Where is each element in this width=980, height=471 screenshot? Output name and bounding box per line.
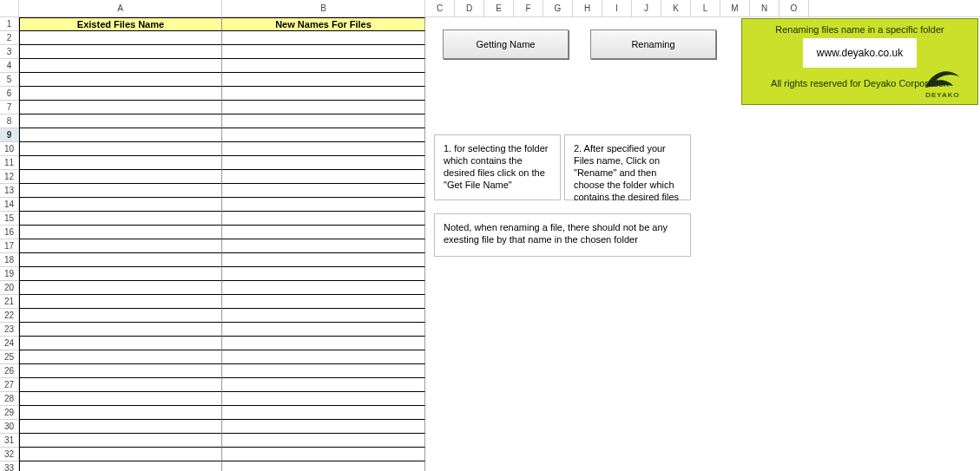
cells-right[interactable] — [425, 364, 980, 378]
cell-b[interactable] — [222, 337, 425, 350]
column-header-D[interactable]: D — [455, 0, 484, 16]
row-header[interactable]: 16 — [0, 226, 19, 239]
row-header[interactable]: 1 — [0, 17, 19, 31]
cell-b[interactable] — [222, 239, 425, 253]
row-header[interactable]: 21 — [0, 295, 19, 309]
cell-b[interactable] — [222, 87, 425, 101]
cell-b[interactable] — [222, 226, 425, 239]
cells-right[interactable] — [425, 295, 980, 309]
row-header[interactable]: 10 — [0, 142, 19, 156]
cell-b[interactable] — [222, 184, 425, 198]
row-header[interactable]: 20 — [0, 281, 19, 295]
column-header-N[interactable]: N — [750, 0, 779, 16]
cell-b[interactable] — [222, 420, 425, 434]
cell-b[interactable] — [222, 212, 425, 226]
cell-a[interactable] — [19, 295, 222, 309]
cells-right[interactable] — [425, 267, 980, 281]
cell-a[interactable] — [19, 350, 222, 364]
cell-a[interactable] — [19, 337, 222, 350]
cells-right[interactable] — [425, 323, 980, 337]
cell-b[interactable] — [222, 128, 425, 142]
row-header[interactable]: 24 — [0, 337, 19, 350]
cells-right[interactable] — [425, 350, 980, 364]
cell-b[interactable] — [222, 309, 425, 323]
cells-right[interactable] — [425, 434, 980, 448]
cell-a[interactable] — [19, 198, 222, 212]
cells-right[interactable] — [425, 448, 980, 461]
cell-a[interactable] — [19, 156, 222, 170]
cell-b[interactable] — [222, 281, 425, 295]
cell-b[interactable] — [222, 461, 425, 471]
cell-a[interactable] — [19, 87, 222, 101]
cell-b[interactable] — [222, 45, 425, 59]
cell-a[interactable] — [19, 226, 222, 239]
cell-b[interactable] — [222, 323, 425, 337]
cells-right[interactable] — [425, 337, 980, 350]
cell-a[interactable] — [19, 434, 222, 448]
cell-b[interactable] — [222, 31, 425, 45]
row-header[interactable]: 28 — [0, 392, 19, 406]
cell-b[interactable] — [222, 295, 425, 309]
cells-right[interactable] — [425, 281, 980, 295]
cells-right[interactable] — [425, 392, 980, 406]
cell-b[interactable] — [222, 253, 425, 267]
cell-b[interactable] — [222, 364, 425, 378]
column-header-H[interactable]: H — [573, 0, 602, 16]
row-header[interactable]: 25 — [0, 350, 19, 364]
row-header[interactable]: 9 — [0, 128, 19, 142]
cell-a[interactable] — [19, 323, 222, 337]
row-header[interactable]: 33 — [0, 461, 19, 471]
row-header[interactable]: 12 — [0, 170, 19, 184]
row-header[interactable]: 7 — [0, 101, 19, 114]
cell-a[interactable] — [19, 212, 222, 226]
cell-a[interactable] — [19, 239, 222, 253]
cell-b[interactable] — [222, 350, 425, 364]
cell-b[interactable] — [222, 142, 425, 156]
row-header[interactable]: 5 — [0, 73, 19, 87]
row-header[interactable]: 17 — [0, 239, 19, 253]
cell-a[interactable] — [19, 420, 222, 434]
table-header-newnames[interactable]: New Names For Files — [222, 17, 425, 31]
row-header[interactable]: 30 — [0, 420, 19, 434]
cell-a[interactable] — [19, 45, 222, 59]
column-header-L[interactable]: L — [691, 0, 720, 16]
cell-a[interactable] — [19, 406, 222, 420]
cell-a[interactable] — [19, 128, 222, 142]
row-header[interactable]: 2 — [0, 31, 19, 45]
cells-right[interactable] — [425, 114, 980, 128]
cell-b[interactable] — [222, 156, 425, 170]
select-all-corner[interactable] — [0, 0, 19, 16]
row-header[interactable]: 18 — [0, 253, 19, 267]
cell-a[interactable] — [19, 73, 222, 87]
column-header-K[interactable]: K — [661, 0, 691, 16]
cells-right[interactable] — [425, 378, 980, 392]
column-header-O[interactable]: O — [779, 0, 809, 16]
cell-b[interactable] — [222, 434, 425, 448]
cell-b[interactable] — [222, 448, 425, 461]
cell-a[interactable] — [19, 114, 222, 128]
cell-b[interactable] — [222, 378, 425, 392]
cell-b[interactable] — [222, 406, 425, 420]
cell-b[interactable] — [222, 198, 425, 212]
cell-a[interactable] — [19, 364, 222, 378]
cell-a[interactable] — [19, 378, 222, 392]
cell-a[interactable] — [19, 184, 222, 198]
column-header-G[interactable]: G — [543, 0, 573, 16]
row-header[interactable]: 32 — [0, 448, 19, 461]
column-header-I[interactable]: I — [602, 0, 632, 16]
row-header[interactable]: 6 — [0, 87, 19, 101]
cell-a[interactable] — [19, 281, 222, 295]
row-header[interactable]: 15 — [0, 212, 19, 226]
column-header-M[interactable]: M — [720, 0, 750, 16]
cell-a[interactable] — [19, 142, 222, 156]
cell-b[interactable] — [222, 114, 425, 128]
cell-b[interactable] — [222, 59, 425, 73]
renaming-button[interactable]: Renaming — [590, 29, 716, 59]
cell-a[interactable] — [19, 461, 222, 471]
cells-right[interactable] — [425, 461, 980, 471]
row-header[interactable]: 4 — [0, 59, 19, 73]
cell-a[interactable] — [19, 31, 222, 45]
getting-name-button[interactable]: Getting Name — [443, 29, 569, 59]
column-header-J[interactable]: J — [632, 0, 661, 16]
cell-b[interactable] — [222, 101, 425, 114]
